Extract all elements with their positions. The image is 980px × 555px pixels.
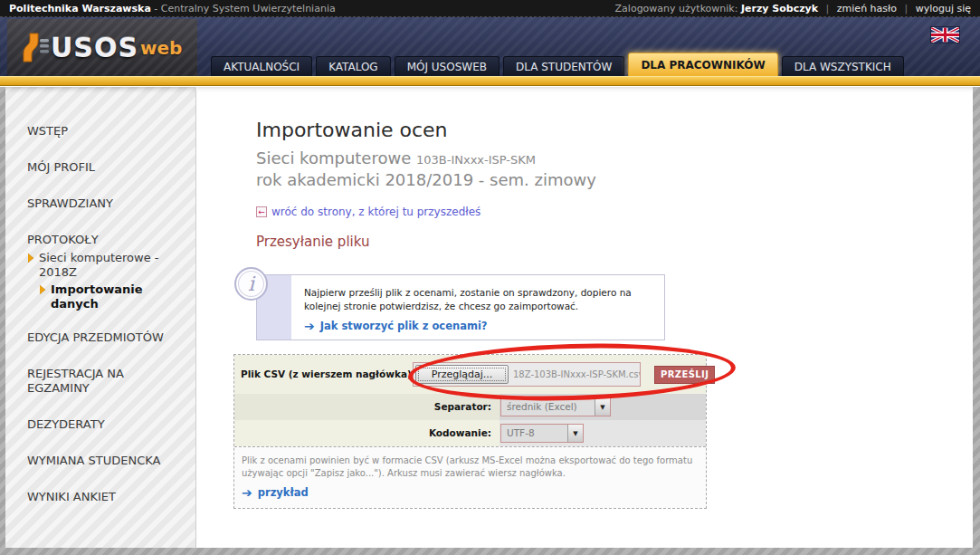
usos-flame-icon (18, 31, 51, 65)
encoding-label: Kodowanie: (234, 420, 500, 446)
separator-select[interactable]: średnik (Excel) ▼ (500, 397, 611, 416)
separator-field-cell: średnik (Excel) ▼ (500, 394, 706, 420)
sidebar-subitem-label: Sieci komputerowe - 2018Z (39, 251, 183, 280)
separator: | (826, 3, 830, 14)
sidebar-item-moj-profil[interactable]: MÓJ PROFIL (27, 160, 183, 175)
logged-in-user: Jerzy Sobczyk (741, 3, 818, 14)
info-box-body: Najpierw prześlij plik z ocenami, zostan… (291, 275, 664, 340)
encoding-row: Kodowanie: UTF-8 ▼ (234, 420, 706, 446)
sidebar-item-wyniki-ankiet[interactable]: WYNIKI ANKIET (27, 490, 183, 504)
logout-link[interactable]: wyloguj się (916, 3, 971, 14)
page-frame-right (973, 87, 980, 555)
browse-button[interactable]: Przeglądaj... (415, 365, 509, 384)
info-text: Najpierw prześlij plik z ocenami, zostan… (304, 286, 655, 313)
page-frame-bottom (0, 548, 980, 555)
back-link[interactable]: ← wróć do strony, z której tu przyszedłe… (256, 206, 480, 218)
separator-selected-value: średnik (Excel) (501, 398, 595, 416)
usosweb-logo[interactable]: USOSweb (7, 19, 197, 76)
institution-name: Politechnika Warszawska (9, 3, 151, 14)
separator-row: Separator: średnik (Excel) ▼ (234, 394, 706, 420)
tab-katalog[interactable]: KATALOG (316, 56, 391, 76)
top-utility-bar: Politechnika Warszawska - Centralny Syst… (0, 0, 980, 17)
academic-term: rok akademicki 2018/2019 - sem. zimowy (256, 170, 596, 189)
form-note: Plik z ocenami powinien być w formacie C… (234, 446, 706, 508)
session-info: Zalogowany użytkownik: Jerzy Sobczyk | z… (615, 3, 971, 14)
tab-moj-usosweb[interactable]: MÓJ USOSWEB (395, 56, 500, 76)
institution-label: Politechnika Warszawska - Centralny Syst… (9, 3, 336, 14)
csv-format-note: Plik z ocenami powinien być w formacie C… (242, 455, 698, 480)
arrow-bullet-icon (40, 285, 45, 294)
course-code: 103B-INxxx-ISP-SKM (416, 153, 536, 167)
upload-form: Plik CSV (z wierszem nagłówka): Przegląd… (233, 354, 707, 509)
blue-arrow-icon: ➔ (242, 487, 252, 498)
sidebar-item-protokoly[interactable]: PROTOKOŁY (27, 233, 183, 247)
sidebar-item-sprawdziany[interactable]: SPRAWDZIANY (27, 196, 183, 211)
chevron-down-icon: ▼ (567, 425, 583, 442)
blue-arrow-icon: ➔ (304, 321, 315, 331)
sidebar-item-wymiana-studencka[interactable]: WYMIANA STUDENCKA (27, 454, 183, 468)
back-link-label: wróć do strony, z której tu przyszedłeś (271, 206, 480, 218)
tab-dla-pracownikow[interactable]: DLA PRACOWNIKÓW (628, 53, 777, 76)
chevron-down-icon: ▼ (595, 398, 610, 416)
sidebar: WSTĘP MÓJ PROFIL SPRAWDZIANY PROTOKOŁY S… (5, 87, 196, 548)
page-title: Importowanie ocen (256, 119, 448, 141)
tab-dla-studentow[interactable]: DLA STUDENTÓW (503, 56, 624, 76)
how-to-create-file-label: Jak stworzyć plik z ocenami? (320, 320, 488, 332)
tab-dla-wszystkich[interactable]: DLA WSZYSTKICH (782, 56, 904, 76)
sidebar-subitem-importowanie-danych[interactable]: Importowanie danych (39, 282, 183, 311)
sidebar-item-edycja-przedmiotow[interactable]: EDYCJA PRZEDMIOTÓW (27, 330, 183, 345)
sidebar-subitem-label: Importowanie danych (51, 282, 183, 311)
logged-in-label: Zalogowany użytkownik: (615, 3, 738, 14)
sidebar-item-rejestracja-na-egzaminy[interactable]: REJESTRACJA NA EGZAMINY (27, 367, 183, 396)
back-arrow-icon: ← (256, 206, 267, 217)
arrow-bullet-icon (28, 254, 33, 263)
example-link-label: przykład (258, 486, 309, 499)
header: USOSweb AKTUALNOŚCI KATALOG MÓJ USOSWEB … (0, 17, 980, 76)
separator: | (904, 3, 908, 14)
section-heading: Przesyłanie pliku (256, 234, 369, 250)
logo-text-usos: USOS (51, 32, 138, 63)
encoding-selected-value: UTF-8 (501, 425, 567, 442)
usosweb-page: Politechnika Warszawska - Centralny Syst… (0, 0, 980, 555)
file-field-label: Plik CSV (z wierszem nagłówka): (241, 368, 415, 379)
encoding-field-cell: UTF-8 ▼ (500, 420, 706, 446)
system-name: - Centralny System Uwierzytelniania (154, 3, 335, 14)
change-password-link[interactable]: zmień hasło (837, 3, 897, 14)
csv-file-input[interactable]: Przeglądaj... 18Z-103B-INxxx-ISP-SKM.csv (413, 362, 641, 387)
selected-file-name: 18Z-103B-INxxx-ISP-SKM.csv (513, 363, 640, 386)
main-nav: AKTUALNOŚCI KATALOG MÓJ USOSWEB DLA STUD… (211, 53, 904, 76)
tab-aktualnosci[interactable]: AKTUALNOŚCI (211, 56, 312, 76)
info-icon: i (234, 267, 268, 301)
sidebar-subitem-sieci-komputerowe[interactable]: Sieci komputerowe - 2018Z (27, 251, 183, 280)
logo-text-web: web (140, 37, 182, 59)
sidebar-item-wstep[interactable]: WSTĘP (27, 124, 183, 139)
separator-label: Separator: (234, 394, 500, 420)
encoding-select[interactable]: UTF-8 ▼ (500, 424, 584, 443)
file-row: Plik CSV (z wierszem nagłówka): Przegląd… (234, 355, 706, 394)
uk-flag-icon[interactable] (930, 26, 960, 43)
info-box: i Najpierw prześlij plik z ocenami, zost… (256, 274, 665, 340)
course-subtitle: Sieci komputerowe 103B-INxxx-ISP-SKM (256, 148, 536, 167)
submit-button[interactable]: PRZEŚLIJ (654, 366, 715, 384)
course-name: Sieci komputerowe (256, 148, 411, 167)
how-to-create-file-link[interactable]: ➔ Jak stworzyć plik z ocenami? (304, 320, 655, 332)
sidebar-item-dezyderaty[interactable]: DEZYDERATY (27, 417, 183, 432)
gold-accent-bar (0, 76, 980, 86)
example-link[interactable]: ➔ przykład (242, 486, 699, 499)
